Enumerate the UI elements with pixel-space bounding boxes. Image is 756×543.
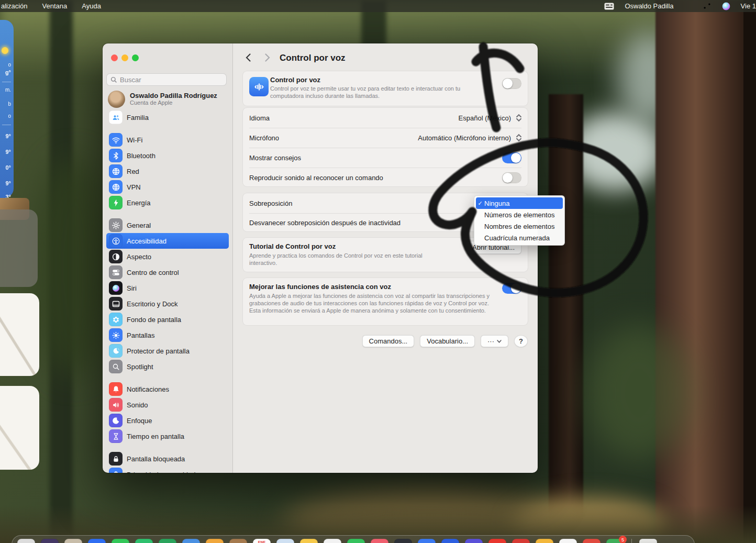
search-placeholder: Buscar xyxy=(120,76,141,84)
chevron-down-icon xyxy=(497,340,502,343)
dropdown-option-label: Ninguna xyxy=(484,200,509,207)
dock-icon[interactable] xyxy=(17,539,35,543)
weather-temp: 9° xyxy=(5,180,11,186)
map-widget[interactable]: A 806 xyxy=(0,386,39,470)
input-source-icon[interactable] xyxy=(599,3,619,10)
mejorar-toggle[interactable] xyxy=(502,283,521,294)
sidebar-item-accesibilidad[interactable]: Accesibilidad xyxy=(106,233,229,249)
hand-icon xyxy=(109,468,123,473)
siri-icon[interactable] xyxy=(717,2,736,10)
dock-icon[interactable]: ENE xyxy=(253,539,271,543)
dock-icon[interactable]: 5 xyxy=(606,539,624,543)
sidebar-item-red[interactable]: Red xyxy=(106,163,229,179)
dropdown-option-ninguna[interactable]: ✓Ninguna xyxy=(476,197,563,209)
dock-icon[interactable] xyxy=(276,539,294,543)
weather-fragment: o xyxy=(8,113,11,119)
dock-icon[interactable] xyxy=(418,539,436,543)
reproducir-sonido-toggle[interactable] xyxy=(502,172,521,183)
close-button[interactable] xyxy=(111,54,118,61)
dock-icon[interactable] xyxy=(536,539,553,543)
microfono-value[interactable]: Automático (Micrófono interno) xyxy=(418,134,511,142)
sidebar-item-vpn[interactable]: VPN xyxy=(106,179,229,195)
sidebar-item-bluetooth[interactable]: Bluetooth xyxy=(106,148,229,163)
sidebar-item-wifi[interactable]: Wi-Fi xyxy=(106,132,229,148)
voice-control-toggle[interactable] xyxy=(502,78,521,89)
dropdown-option-n-meros-de-elementos[interactable]: Números de elementos xyxy=(476,209,563,220)
dock-icon[interactable] xyxy=(488,539,506,543)
sidebar-item-notificaciones[interactable]: Notificaciones xyxy=(106,381,229,397)
zoom-button[interactable] xyxy=(132,54,139,61)
sidebar-item-label: Escritorio y Dock xyxy=(127,300,178,308)
dock-icon[interactable] xyxy=(512,539,530,543)
dock-icon[interactable] xyxy=(64,539,82,543)
sidebar-group: Pantalla bloqueadaPrivacidad y seguridad xyxy=(106,451,229,473)
sidebar-item-privacidad-y-seguridad[interactable]: Privacidad y seguridad xyxy=(106,467,229,473)
dock-icon[interactable] xyxy=(465,539,483,543)
dock-icon[interactable] xyxy=(394,539,412,543)
mejorar-description: Ayuda a Apple a mejorar las funciones de… xyxy=(249,292,496,314)
sidebar-item-energia[interactable]: Energía xyxy=(106,195,229,210)
tutorial-title: Tutorial de Control por voz xyxy=(249,242,336,250)
menu-item[interactable]: alización xyxy=(0,2,35,10)
sidebar-item-aspecto[interactable]: Aspecto xyxy=(106,249,229,264)
dock-icon[interactable] xyxy=(347,539,365,543)
dock-icon[interactable] xyxy=(159,539,176,543)
dock-icon[interactable] xyxy=(88,539,106,543)
comandos-button[interactable]: Comandos... xyxy=(362,335,415,347)
dock-icon[interactable] xyxy=(135,539,153,543)
mostrar-consejos-toggle[interactable] xyxy=(502,152,521,163)
sidebar-item-tiempo-en-pantalla[interactable]: Tiempo en pantalla xyxy=(106,428,229,444)
trash-icon[interactable] xyxy=(639,539,657,543)
stepper-icon[interactable] xyxy=(515,133,523,142)
sidebar-item-pantallas[interactable]: Pantallas xyxy=(106,327,229,343)
dock-icon[interactable] xyxy=(229,539,247,543)
help-button[interactable]: ? xyxy=(514,335,528,347)
sidebar-item-sonido[interactable]: Sonido xyxy=(106,397,229,413)
sidebar-item-escritorio-y-dock[interactable]: Escritorio y Dock xyxy=(106,296,229,312)
menubar-username[interactable]: Oswaldo Padilla xyxy=(619,2,679,10)
menu-item-ventana[interactable]: Ventana xyxy=(35,2,75,10)
dock-icon[interactable] xyxy=(206,539,224,543)
search-input[interactable]: Buscar xyxy=(106,73,227,86)
sun-icon xyxy=(2,47,8,54)
dock-icon[interactable] xyxy=(324,539,341,543)
menubar-clock[interactable]: Vie 1 xyxy=(736,2,756,10)
sidebar-item-general[interactable]: General xyxy=(106,217,229,233)
dock-icon[interactable] xyxy=(41,539,59,543)
stepper-icon[interactable] xyxy=(515,113,523,123)
dropdown-option-cuadr-cula-numerada[interactable]: Cuadrícula numerada xyxy=(476,232,563,243)
dock-icon[interactable] xyxy=(371,539,388,543)
wifi-icon xyxy=(109,133,123,147)
sidebar-item-account[interactable]: Oswaldo Padilla Rodríguez Cuenta de Appl… xyxy=(106,88,229,109)
dock-icon[interactable] xyxy=(559,539,577,543)
dock-icon[interactable] xyxy=(182,539,200,543)
search-icon[interactable] xyxy=(679,2,697,10)
back-button[interactable] xyxy=(243,52,254,63)
dock-icon[interactable] xyxy=(300,539,318,543)
forward-button[interactable] xyxy=(262,52,272,63)
menu-item-ayuda[interactable]: Ayuda xyxy=(74,2,108,10)
sidebar-item-familia[interactable]: Familia xyxy=(106,109,229,125)
weather-widget[interactable]: o g° m. b o 9° 9° 0° 9° 3° xyxy=(0,20,14,198)
dock-icon[interactable] xyxy=(441,539,459,543)
sidebar-item-siri[interactable]: Siri xyxy=(106,280,229,296)
more-options-button[interactable]: ··· xyxy=(481,335,508,347)
gray-widget[interactable] xyxy=(0,209,38,287)
minimize-button[interactable] xyxy=(121,54,128,61)
sidebar-item-pantalla-bloqueada[interactable]: Pantalla bloqueada xyxy=(106,451,229,467)
sidebar-item-fondo-de-pantalla[interactable]: Fondo de pantalla xyxy=(106,312,229,327)
weather-fragment: m. xyxy=(5,87,11,93)
dock-icon[interactable] xyxy=(583,539,601,543)
sidebar-item-enfoque[interactable]: Enfoque xyxy=(106,413,229,428)
sidebar-item-spotlight[interactable]: Spotlight xyxy=(106,359,229,374)
checkmark-icon: ✓ xyxy=(476,200,484,207)
vocabulario-button[interactable]: Vocabulario... xyxy=(420,335,475,347)
sun-icon xyxy=(109,328,123,342)
sidebar-item-centro-de-control[interactable]: Centro de control xyxy=(106,264,229,280)
dropdown-option-nombres-de-elementos[interactable]: Nombres de elementos xyxy=(476,220,563,232)
dock-icon[interactable] xyxy=(112,539,129,543)
map-widget[interactable] xyxy=(0,293,39,376)
sidebar-item-protector-de-pantalla[interactable]: Protector de pantalla xyxy=(106,343,229,359)
control-center-icon[interactable] xyxy=(697,3,717,9)
idioma-value[interactable]: Español (México) xyxy=(459,114,511,122)
